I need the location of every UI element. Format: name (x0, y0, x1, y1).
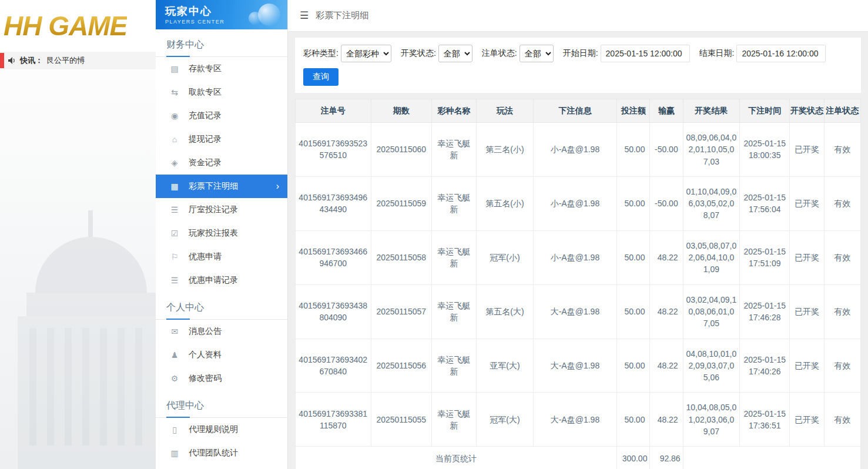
end-date-label: 结束日期: (699, 48, 735, 59)
column-header: 期数 (371, 99, 431, 123)
table-cell: 冠军(小) (477, 230, 533, 284)
sidebar-item-label: 优惠申请记录 (189, 275, 238, 286)
table-row: 40156917369343880409020250115057幸运飞艇新第五名… (296, 284, 861, 339)
sidebar-section-label: 财务中心 (156, 29, 287, 57)
sidebar-item-label: 彩票下注明细 (189, 181, 238, 192)
table-cell: 50.00 (617, 176, 650, 230)
sidebar-item-label: 优惠申请 (189, 252, 222, 262)
table-cell: 20250115057 (371, 284, 431, 339)
start-date-input[interactable] (601, 45, 690, 62)
table-cell: 有效 (824, 284, 860, 339)
table-cell: 已开奖 (790, 393, 824, 447)
table-cell: 48.22 (650, 393, 683, 447)
column-header: 投注额 (617, 99, 650, 123)
sidebar-item-promo-apply-records[interactable]: ☰优惠申请记录 (156, 269, 287, 292)
table-cell: 已开奖 (790, 230, 824, 284)
lottery-type-select[interactable]: 全部彩种 (341, 45, 391, 62)
table-cell: 第五名(小) (477, 176, 533, 230)
message-icon: ✉ (170, 327, 179, 336)
sidebar-item-promo-apply[interactable]: ⚐优惠申请 (156, 245, 287, 269)
summary-row: 当前页统计300.0092.86 (296, 447, 861, 469)
sidebar-header: 玩家中心 PLAYERS CENTER (156, 0, 287, 29)
filter-panel: 彩种类型: 全部彩种 开奖状态: 全部 注单状态: 全部 开始日期: 结束日期:… (295, 38, 861, 93)
topbar: ☰ 彩票下注明细 (288, 0, 868, 32)
query-button[interactable]: 查询 (303, 68, 339, 86)
table-cell: 小-A盘@1.98 (533, 176, 617, 230)
column-header: 注单状态 (824, 99, 860, 123)
table-cell: 08,09,06,04,02,01,10,05,07,03 (683, 123, 739, 177)
table-cell: 2025-01-15 17:40:26 (740, 339, 790, 393)
table-cell: 2025-01-15 17:36:51 (740, 393, 790, 447)
sidebar-item-agent-rules[interactable]: ▯代理规则说明 (156, 418, 287, 441)
sidebar-item-label: 存款专区 (189, 63, 222, 74)
main-content: ☰ 彩票下注明细 彩种类型: 全部彩种 开奖状态: 全部 注单状态: 全部 开始… (288, 0, 868, 469)
draw-status-select[interactable]: 全部 (438, 45, 472, 62)
table-cell: 有效 (824, 123, 860, 177)
table-cell: 50.00 (617, 393, 650, 447)
table-cell: 2025-01-15 17:56:04 (740, 176, 790, 230)
lottery-type-label: 彩种类型: (303, 48, 339, 59)
table-cell: 04,08,10,01,02,09,03,07,05,06 (683, 339, 739, 393)
table-cell: 有效 (824, 176, 860, 230)
table-cell: 幸运飞艇新 (431, 176, 476, 230)
order-status-label: 注单状态: (482, 48, 517, 59)
column-header: 下注时间 (740, 99, 790, 123)
sidebar-item-label: 个人资料 (189, 350, 222, 360)
sidebar-item-label: 提现记录 (189, 134, 222, 145)
filter-actions: 查询 (303, 68, 853, 86)
table-cell: 20250115055 (371, 393, 431, 447)
sidebar-nav: 财务中心▤存款专区⇆取款专区◉充值记录⌂提现记录◈资金记录▦彩票下注明细›☰厅室… (156, 29, 287, 465)
table-cell: 50.00 (617, 284, 650, 339)
table-cell: 401569173693381115870 (296, 393, 371, 447)
sidebar-item-profile[interactable]: ♟个人资料 (156, 343, 287, 367)
sidebar-item-agent-team-stats[interactable]: ▥代理团队统计 (156, 441, 287, 465)
summary-cell: 当前页统计 (296, 447, 617, 469)
table-cell: 有效 (824, 393, 860, 447)
sidebar-item-hall-bet-records[interactable]: ☰厅室投注记录 (156, 198, 287, 222)
column-header: 输赢 (650, 99, 683, 123)
sidebar-item-player-bet-report[interactable]: ☑玩家投注报表 (156, 222, 287, 245)
ticker-text: 艮公平的愽 (46, 55, 85, 66)
bet-report-icon: ☑ (170, 229, 179, 238)
sidebar-item-change-password[interactable]: ⚙修改密码 (156, 367, 287, 390)
sidebar-item-fund-records[interactable]: ◈资金记录 (156, 151, 287, 175)
column-header: 彩种名称 (431, 99, 476, 123)
table-cell: -50.00 (650, 123, 683, 177)
chevron-right-icon: › (276, 181, 279, 192)
table-cell: 幸运飞艇新 (431, 339, 476, 393)
ticker-accent-bar (0, 53, 4, 68)
sidebar-item-deposit-zone[interactable]: ▤存款专区 (156, 57, 287, 81)
sidebar-item-withdrawal-records[interactable]: ⌂提现记录 (156, 128, 287, 151)
table-cell: 幸运飞艇新 (431, 230, 476, 284)
table-cell: 48.22 (650, 339, 683, 393)
sidebar-item-lottery-bet-details[interactable]: ▦彩票下注明细› (156, 175, 287, 198)
logo-band: HH GAME (0, 0, 156, 52)
table-cell: 小-A盘@1.98 (533, 123, 617, 177)
sidebar-item-withdraw-zone[interactable]: ⇆取款专区 (156, 81, 287, 104)
table-cell: 已开奖 (790, 123, 824, 177)
site-logo: HH GAME (4, 10, 127, 42)
order-status-select[interactable]: 全部 (520, 45, 554, 62)
table-cell: -50.00 (650, 176, 683, 230)
table-body: 40156917369352357651020250115060幸运飞艇新第三名… (296, 123, 861, 469)
table-cell: 10,04,08,05,01,02,03,06,09,07 (683, 393, 739, 447)
table-row: 40156917369349643449020250115059幸运飞艇新第五名… (296, 176, 861, 230)
table-cell: 2025-01-15 18:00:35 (740, 123, 790, 177)
table-cell: 小-A盘@1.98 (533, 230, 617, 284)
sidebar-item-recharge-records[interactable]: ◉充值记录 (156, 104, 287, 128)
end-date-input[interactable] (736, 45, 826, 62)
hamburger-menu-icon[interactable]: ☰ (300, 9, 309, 22)
table-cell: 大-A盘@1.98 (533, 393, 617, 447)
summary-cell: 300.00 (617, 447, 650, 469)
table-cell: 20250115058 (371, 230, 431, 284)
password-gear-icon: ⚙ (170, 374, 179, 383)
withdraw-transfer-icon: ⇆ (170, 88, 179, 97)
table-cell: 幸运飞艇新 (431, 393, 476, 447)
table-cell: 401569173693523576510 (296, 123, 371, 177)
table-cell: 已开奖 (790, 176, 824, 230)
table-row: 40156917369338111587020250115055幸运飞艇新冠军(… (296, 393, 861, 447)
summary-cell: 92.86 (650, 447, 683, 469)
sidebar-item-messages[interactable]: ✉消息公告 (156, 320, 287, 343)
sidebar-item-label: 取款专区 (189, 87, 222, 98)
deposit-card-icon: ▤ (170, 64, 179, 73)
